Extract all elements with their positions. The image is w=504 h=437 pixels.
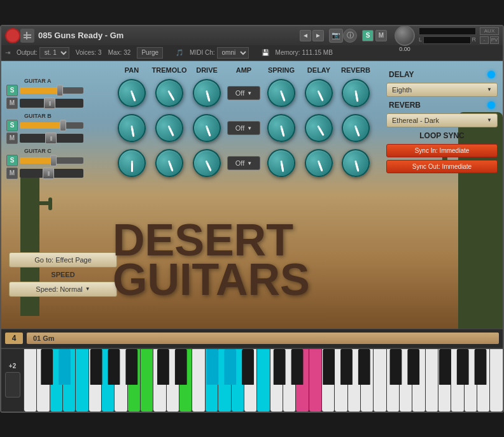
preset-name: 01 Gm: [27, 333, 499, 344]
key-w6[interactable]: [89, 349, 102, 412]
key-w17-active[interactable]: [232, 349, 244, 412]
key-w12[interactable]: [167, 349, 179, 412]
key-w32[interactable]: [426, 349, 438, 412]
key-w22-active[interactable]: [296, 349, 309, 412]
guitar-a-tremolo-knob[interactable]: [150, 74, 188, 112]
purge-button[interactable]: Purge: [137, 47, 163, 59]
guitar-b-knobs: Off ▼: [113, 114, 374, 142]
key-w30[interactable]: [400, 349, 412, 412]
key-w25[interactable]: [335, 349, 347, 412]
guitar-a-pan-knob[interactable]: [114, 75, 150, 111]
camera-button[interactable]: 📷: [329, 29, 343, 43]
guitar-b-amp-button[interactable]: Off ▼: [227, 121, 260, 135]
key-w19-active[interactable]: [257, 349, 270, 412]
guitar-a-knobs: Off ▼: [113, 79, 374, 107]
info-button[interactable]: ⓘ: [343, 29, 357, 43]
guitar-c-reverb-knob[interactable]: [339, 146, 373, 180]
reverb-select[interactable]: Ethereal - Dark ▼: [386, 113, 498, 127]
guitar-b-pan-knob[interactable]: [116, 112, 148, 145]
key-w31[interactable]: [412, 349, 425, 412]
nav-next[interactable]: ►: [312, 30, 324, 41]
midi-select[interactable]: omni: [217, 47, 249, 59]
guitar-c-spring-knob[interactable]: [265, 147, 298, 180]
guitar-c-solo[interactable]: S: [6, 155, 18, 166]
speed-button[interactable]: Speed: Normal ▼: [9, 282, 117, 297]
delay-led[interactable]: [487, 71, 495, 78]
loop-sync-row: LOOP SYNC: [386, 130, 498, 141]
guitar-a-vol-slider[interactable]: |||: [20, 99, 83, 108]
key-w28[interactable]: [374, 349, 386, 412]
guitar-b-tremolo-knob[interactable]: [151, 110, 188, 147]
guitar-b-vol-slider[interactable]: |||: [20, 134, 83, 143]
key-w37[interactable]: [490, 349, 502, 412]
record-button[interactable]: [5, 28, 20, 43]
guitar-a-amp-cell: Off ▼: [225, 86, 262, 100]
nav-prev[interactable]: ◄: [300, 30, 311, 41]
guitar-b-mute[interactable]: M: [6, 133, 18, 144]
delay-label: DELAY: [389, 70, 414, 79]
key-w3-active[interactable]: [50, 349, 63, 412]
s-button-main[interactable]: S: [362, 30, 374, 41]
key-w14[interactable]: [192, 349, 205, 412]
key-w35[interactable]: [465, 349, 477, 412]
guitar-c-pan-slider[interactable]: [20, 157, 83, 164]
guitar-b-solo[interactable]: S: [6, 120, 18, 131]
guitar-c-tremolo-knob[interactable]: [151, 145, 187, 181]
guitar-c-amp-button[interactable]: Off ▼: [227, 156, 260, 170]
key-w10-active[interactable]: [141, 349, 153, 412]
key-w13-active[interactable]: [179, 349, 192, 412]
guitar-b-spring-knob[interactable]: [264, 111, 298, 145]
key-w18[interactable]: [244, 349, 257, 412]
tune-knob[interactable]: [395, 25, 415, 46]
effect-page-button[interactable]: Go to: Effect Page: [9, 252, 117, 268]
delay-select[interactable]: Eighth ▼: [386, 83, 498, 97]
guitar-b-delay-knob[interactable]: [300, 109, 338, 147]
m-button-main[interactable]: M: [375, 30, 387, 41]
guitar-a-delay-knob[interactable]: [300, 75, 337, 111]
key-w34[interactable]: [451, 349, 464, 412]
key-w8[interactable]: [115, 349, 127, 412]
key-w23-active[interactable]: [309, 349, 322, 412]
guitar-a-spring-knob[interactable]: [263, 75, 299, 111]
guitar-c-controls: GUITAR C S M |||: [6, 148, 113, 179]
guitar-b-reverb-knob[interactable]: [338, 110, 374, 146]
reverb-led[interactable]: [487, 101, 495, 109]
guitar-a-reverb-knob[interactable]: [340, 77, 372, 110]
pitch-bend[interactable]: [5, 372, 20, 398]
guitar-c-delay-knob[interactable]: [301, 145, 337, 181]
output-select[interactable]: st. 1: [39, 47, 69, 59]
key-w33[interactable]: [438, 349, 451, 412]
guitar-c-drive-knob[interactable]: [188, 145, 225, 182]
key-w29[interactable]: [387, 349, 400, 412]
guitar-a-amp-button[interactable]: Off ▼: [227, 86, 260, 100]
guitar-a-pan-slider[interactable]: [20, 87, 83, 94]
key-w11[interactable]: [153, 349, 166, 412]
sync-out-button[interactable]: Sync Out: Immediate: [386, 160, 498, 173]
max-info: Max: 32: [108, 49, 131, 56]
guitar-a-drive-knob[interactable]: [190, 76, 224, 110]
key-w36[interactable]: [477, 349, 490, 412]
guitar-c-label: GUITAR C: [24, 148, 113, 154]
sync-in-button[interactable]: Sync In: Immediate: [386, 144, 498, 157]
guitar-b-pan-slider[interactable]: [20, 122, 83, 129]
guitar-a-mute[interactable]: M: [6, 97, 18, 109]
key-w20[interactable]: [270, 349, 283, 412]
key-w2[interactable]: [37, 349, 50, 412]
key-w26[interactable]: [348, 349, 361, 412]
key-w5-active[interactable]: [76, 349, 88, 412]
guitar-b-drive-knob[interactable]: [189, 110, 225, 146]
key-w27[interactable]: [361, 349, 374, 412]
key-w7-active[interactable]: [102, 349, 115, 412]
minus-btn[interactable]: -: [480, 36, 489, 44]
guitar-a-solo[interactable]: S: [6, 85, 18, 96]
key-w4-active[interactable]: [63, 349, 76, 412]
key-w15-active[interactable]: [206, 349, 218, 412]
guitar-c-vol-slider[interactable]: |||: [20, 169, 83, 178]
guitar-c-mute[interactable]: M: [6, 168, 18, 179]
key-w24[interactable]: [322, 349, 335, 412]
key-w9-active[interactable]: [128, 349, 141, 412]
key-w16-active[interactable]: [218, 349, 231, 412]
key-w21[interactable]: [283, 349, 296, 412]
key-w1[interactable]: [24, 349, 37, 412]
guitar-c-pan-knob[interactable]: [118, 149, 146, 177]
